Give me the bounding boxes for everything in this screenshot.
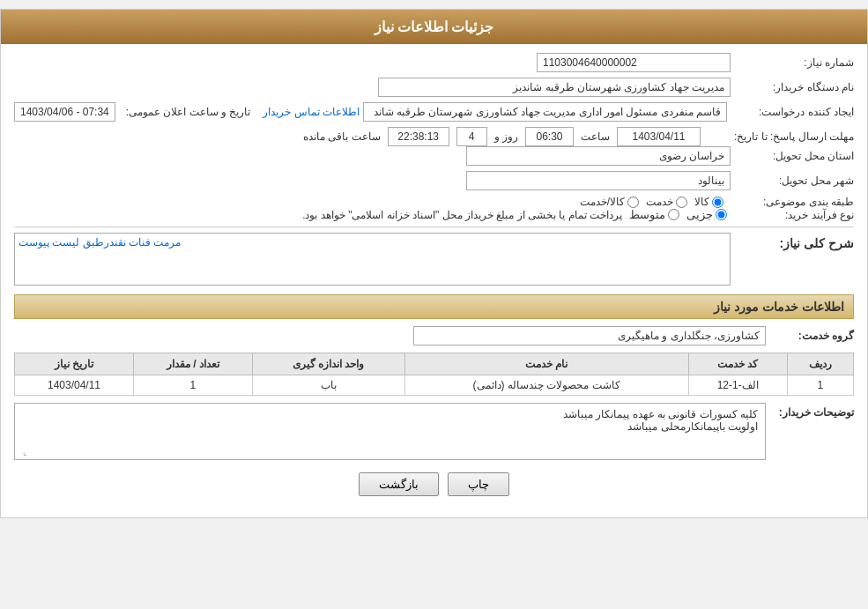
- sharh-koli-container: شرح کلی نیاز: مرمت فنات نقندرطبق لیست پی…: [14, 233, 854, 286]
- radio-kala-khadamat[interactable]: کالا/خدمت: [580, 196, 639, 208]
- page-title: جزئیات اطلاعات نیاز: [375, 19, 494, 34]
- shomare-niaz-label: شماره نیاز:: [731, 56, 854, 69]
- tarikh-aelan-value: 1403/04/06 - 07:34: [14, 102, 115, 122]
- cell-tedad: 1: [133, 375, 252, 396]
- radio-motavaset-label: متوسط: [629, 208, 665, 221]
- col-tarikh: تاریخ نیاز: [15, 353, 134, 375]
- shahr-tahvil-row: شهر محل تحویل: بینالود: [14, 171, 854, 190]
- radio-motavaset[interactable]: متوسط: [629, 208, 679, 221]
- ostan-tahvil-row: استان محل تحویل: خراسان رضوی: [14, 146, 854, 166]
- tozihat-line1: کلیه کسورات قانونی به عهده پیمانکار میبا…: [22, 408, 758, 420]
- ostan-tahvil-value: خراسان رضوی: [466, 146, 731, 166]
- noe-farayand-description: پرداخت تمام یا بخشی از مبلغ خریداز محل "…: [14, 209, 622, 221]
- tabaqe-bandi-row: طبقه بندی موضوعی: کالا خدمت کالا/خدمت: [14, 196, 854, 208]
- radio-jozi[interactable]: جزیی: [686, 208, 727, 221]
- ostan-tahvil-label: استان محل تحویل:: [731, 150, 854, 162]
- col-radif: ردیف: [787, 353, 853, 375]
- page-container: جزئیات اطلاعات نیاز شماره نیاز: 11030046…: [0, 9, 868, 518]
- nam-dastgah-row: نام دستگاه خریدار: مدیریت جهاد کشاورزی ش…: [14, 78, 854, 97]
- mohlat-date: 1403/04/11: [617, 127, 701, 146]
- grohe-khadamat-label: گروه خدمت:: [766, 330, 854, 342]
- content-area: شماره نیاز: 1103004640000002 نام دستگاه …: [1, 44, 867, 517]
- tarikh-ijad-row: ایجاد کننده درخواست: قاسم منفردی مسئول ا…: [14, 102, 854, 122]
- col-kod: کد خدمت: [688, 353, 787, 375]
- mohlat-label: مهلت ارسال پاسخ: تا تاریخ:: [704, 130, 854, 143]
- shomare-niaz-value: 1103004640000002: [537, 53, 731, 72]
- col-vahed: واحد اندازه گیری: [252, 353, 404, 375]
- divider-1: [14, 227, 854, 227]
- radio-khadamat-label: خدمت: [646, 196, 673, 208]
- radio-kala-khadamat-label: کالا/خدمت: [580, 196, 625, 208]
- cell-kod: الف-1-12: [688, 375, 787, 396]
- roz-label: روز و: [491, 130, 522, 143]
- tozihat-box: کلیه کسورات قانونی به عهده پیمانکار میبا…: [14, 403, 766, 460]
- noe-farayand-row: نوع فرآیند خرید: جزیی متوسط پرداخت تمام …: [14, 208, 854, 221]
- grohe-khadamat-row: گروه خدمت: کشاورزی، جنگلداری و ماهیگیری: [14, 326, 854, 345]
- radio-jozi-input[interactable]: [716, 209, 727, 220]
- sharh-koli-label: شرح کلی نیاز:: [731, 236, 854, 250]
- radio-kala-khadamat-input[interactable]: [627, 197, 639, 208]
- services-table-container: ردیف کد خدمت نام خدمت واحد اندازه گیری ت…: [14, 353, 854, 396]
- radio-kala[interactable]: کالا: [694, 196, 723, 208]
- sharh-koli-box: مرمت فنات نقندرطبق لیست پیوست: [14, 233, 731, 286]
- cell-radif: 1: [787, 375, 853, 396]
- sharh-koli-link[interactable]: مرمت فنات نقندرطبق لیست پیوست: [19, 236, 181, 249]
- shahr-tahvil-value: بینالود: [466, 171, 731, 190]
- mohlat-time: 06:30: [525, 127, 574, 146]
- ijad-konnande-link[interactable]: اطلاعات تماس خریدار: [263, 106, 360, 118]
- nam-dastgah-label: نام دستگاه خریدار:: [731, 81, 854, 93]
- ijad-konnande-value: قاسم منفردی مسئول امور اداری مدیریت جهاد…: [363, 102, 727, 122]
- mohlat-countdown: 22:38:13: [388, 127, 449, 146]
- radio-motavaset-input[interactable]: [668, 209, 679, 220]
- resize-handle[interactable]: ⌞: [17, 447, 27, 457]
- mohlat-days: 4: [456, 127, 487, 146]
- radio-khadamat[interactable]: خدمت: [646, 196, 687, 208]
- radio-khadamat-input[interactable]: [676, 197, 687, 208]
- tarikh-aelan-label: تاریخ و ساعت اعلان عمومی:: [119, 106, 251, 118]
- page-header: جزئیات اطلاعات نیاز: [1, 10, 867, 44]
- radio-kala-label: کالا: [694, 196, 709, 208]
- chap-button[interactable]: چاپ: [448, 472, 509, 496]
- radio-jozi-label: جزیی: [686, 208, 713, 221]
- table-header-row: ردیف کد خدمت نام خدمت واحد اندازه گیری ت…: [15, 353, 854, 375]
- tabaqe-bandi-label: طبقه بندی موضوعی:: [731, 196, 854, 208]
- shahr-tahvil-label: شهر محل تحویل:: [731, 175, 854, 187]
- mohlat-row: مهلت ارسال پاسخ: تا تاریخ: 1403/04/11 سا…: [14, 127, 854, 146]
- radio-kala-input[interactable]: [712, 197, 723, 208]
- table-row: 1 الف-1-12 کاشت محصولات چندساله (دائمی) …: [15, 375, 854, 396]
- remaining-label: ساعت باقی مانده: [303, 130, 381, 143]
- services-section-title: اطلاعات خدمات مورد نیاز: [14, 294, 854, 319]
- services-table: ردیف کد خدمت نام خدمت واحد اندازه گیری ت…: [14, 353, 854, 396]
- noe-farayand-label: نوع فرآیند خرید:: [731, 209, 854, 221]
- sa-label: ساعت: [577, 130, 613, 143]
- tozihat-line2: اولویت باپیمانکارمحلی میباشد: [22, 420, 758, 433]
- ijad-konnande-label: ایجاد کننده درخواست:: [731, 106, 854, 118]
- col-tedad: تعداد / مقدار: [133, 353, 252, 375]
- sharh-koli-inner: مرمت فنات نقندرطبق لیست پیوست: [14, 233, 731, 286]
- bazgasht-button[interactable]: بازگشت: [359, 472, 439, 496]
- tozihat-container: توضیحات خریدار: کلیه کسورات قانونی به عه…: [14, 403, 854, 460]
- tozihat-label: توضیحات خریدار:: [766, 406, 854, 419]
- nam-dastgah-value: مدیریت جهاد کشاورزی شهرستان طرقبه شاندیز: [378, 78, 731, 97]
- grohe-khadamat-value: کشاورزی، جنگلداری و ماهیگیری: [413, 326, 766, 345]
- cell-nam: کاشت محصولات چندساله (دائمی): [404, 375, 688, 396]
- shomare-niaz-row: شماره نیاز: 1103004640000002: [14, 53, 854, 72]
- col-nam: نام خدمت: [404, 353, 688, 375]
- cell-vahed: باب: [252, 375, 404, 396]
- cell-tarikh: 1403/04/11: [15, 375, 134, 396]
- button-row: بازگشت چاپ: [14, 472, 854, 496]
